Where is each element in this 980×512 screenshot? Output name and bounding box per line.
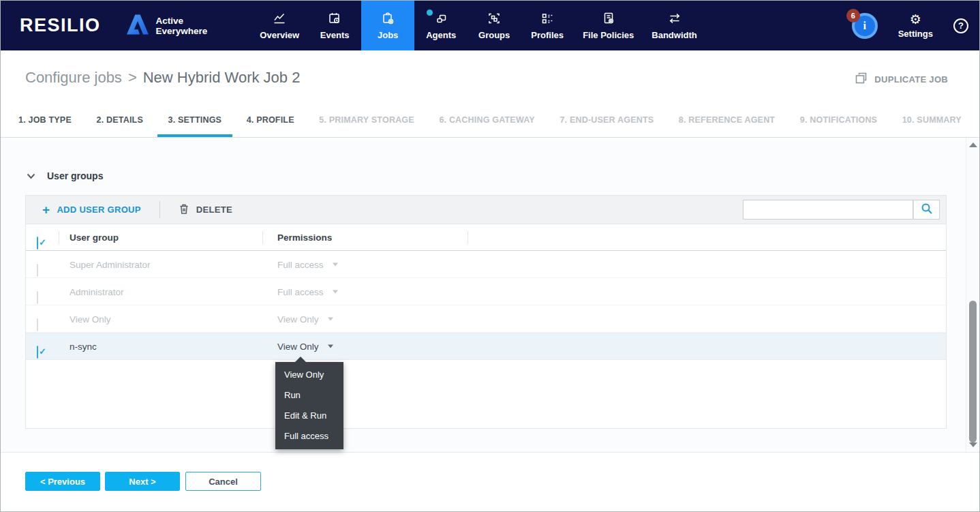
previous-button[interactable]: < Previous [25,472,100,491]
groups-icon [487,12,501,25]
section-title: User groups [47,170,103,181]
scroll-down-arrow-icon[interactable] [969,442,977,447]
search-icon [921,202,933,217]
user-group-name: Super Administrator [70,259,151,269]
agents-icon [434,12,448,25]
search-button[interactable] [913,200,940,220]
cancel-button[interactable]: Cancel [185,472,261,491]
user-group-name: View Only [70,314,111,324]
step-tab-summary: 10. SUMMARY [902,103,962,137]
breadcrumb: Configure jobs>New Hybrid Work Job 2 [25,69,300,87]
nav-item-settings[interactable]: ⚙ Settings [898,13,933,39]
user-group-name: n-sync [70,342,97,352]
step-tab-details[interactable]: 2. DETAILS [96,103,142,137]
row-checkbox [37,291,38,304]
notification-badge: 6 [846,9,860,22]
scrollbar-thumb[interactable] [969,301,977,442]
add-user-group-button[interactable]: + ADD USER GROUP [42,204,141,216]
toolbar-divider [159,201,160,218]
page-title: New Hybrid Work Job 2 [143,69,301,86]
gear-icon: ⚙ [910,13,921,27]
nav-item-file-policies[interactable]: File Policies [574,1,643,50]
help-button[interactable]: ? [953,18,968,33]
nav-item-jobs[interactable]: Jobs [361,1,414,50]
app-window: RESILIO Active Everywhere [0,0,980,512]
scroll-up-arrow-icon[interactable] [969,142,977,147]
info-icon: i [863,20,866,32]
dropdown-option-edit-run[interactable]: Edit & Run [275,406,343,426]
nav-item-profiles[interactable]: Profiles [521,1,574,50]
caret-down-icon [333,290,338,293]
resilio-logo: RESILIO [20,15,101,36]
breadcrumb-parent[interactable]: Configure jobs [25,69,122,86]
active-everywhere-label: Active Everywhere [156,16,208,36]
caret-down-icon [333,262,338,266]
wizard-steps: 1. JOB TYPE 2. DETAILS 3. SETTINGS 4. PR… [1,103,979,138]
wizard-footer-actions: < Previous Next > Cancel [25,472,261,491]
duplicate-icon [855,72,867,86]
select-all-checkbox[interactable] [37,237,38,250]
top-navbar: RESILIO Active Everywhere [1,1,979,50]
dropdown-option-full-access[interactable]: Full access [275,426,343,447]
step-tab-primary-storage: 5. PRIMARY STORAGE [319,103,414,137]
row-checkbox[interactable] [37,346,38,359]
user-group-name: Administrator [70,286,124,297]
step-tab-job-type[interactable]: 1. JOB TYPE [18,103,72,137]
column-header-permissions: Permissions [277,232,332,243]
nav-item-agents[interactable]: Agents [414,1,468,50]
trash-icon [179,203,189,217]
permission-select: Full access [277,286,338,297]
nav-item-events[interactable]: Events [308,1,361,50]
chevron-down-icon [27,170,35,182]
caret-down-icon [328,345,333,348]
table-row: Administrator Full access [26,278,946,305]
next-button[interactable]: Next > [105,472,180,491]
dropdown-option-view-only[interactable]: View Only [275,365,343,385]
user-groups-toolbar: + ADD USER GROUP DELETE [25,195,947,224]
user-groups-panel: + ADD USER GROUP DELETE [25,195,947,429]
dropdown-option-run[interactable]: Run [275,385,343,406]
plus-icon: + [42,204,50,216]
bandwidth-icon [668,12,682,25]
permission-select[interactable]: View Only [277,342,333,352]
overview-icon [273,12,286,25]
step-tab-reference-agent: 8. REFERENCE AGENT [679,103,775,137]
step-tab-profile[interactable]: 4. PROFILE [247,103,294,137]
row-checkbox [37,318,38,331]
nav-item-overview[interactable]: Overview [251,1,308,50]
user-groups-table: User group Permissions Super Administrat… [25,224,947,429]
step-tab-settings[interactable]: 3. SETTINGS [168,103,222,137]
notifications-info-button[interactable]: 6 i [852,13,878,39]
permission-select: Full access [277,259,338,269]
delete-button[interactable]: DELETE [179,203,232,217]
search-group [743,200,940,220]
jobs-icon [381,12,395,25]
step-tab-notifications: 9. NOTIFICATIONS [800,103,877,137]
table-header-row: User group Permissions [26,224,946,251]
step-tab-caching-gateway: 6. CACHING GATEWAY [439,103,534,137]
agents-status-dot [427,10,433,16]
duplicate-job-button[interactable]: DUPLICATE JOB [855,72,948,86]
permission-select: View Only [277,314,333,324]
step-tab-end-user-agents: 7. END-USER AGENTS [560,103,654,137]
breadcrumb-separator: > [128,69,137,86]
main-nav: Overview Events Jobs [251,1,705,50]
search-input[interactable] [743,200,913,220]
permissions-dropdown-menu: View Only Run Edit & Run Full access [275,362,343,449]
vertical-scrollbar[interactable] [966,138,979,452]
table-row: View Only View Only [26,305,946,333]
settings-content: User groups + ADD USER GROUP DE [1,138,979,453]
column-header-user-group: User group [70,232,119,243]
caret-down-icon [328,317,333,320]
table-row[interactable]: n-sync View Only [26,333,946,360]
nav-item-bandwidth[interactable]: Bandwidth [643,1,705,50]
nav-item-groups[interactable]: Groups [468,1,521,50]
row-checkbox [37,264,38,277]
active-everywhere-mark-icon [125,14,150,38]
navbar-right-cluster: 6 i ⚙ Settings ? [852,13,968,39]
active-everywhere-logo: Active Everywhere [125,14,208,38]
table-row: Super Administrator Full access [26,251,946,278]
user-groups-section-toggle[interactable]: User groups [27,170,103,182]
page-header: Configure jobs>New Hybrid Work Job 2 DUP… [1,50,979,103]
profiles-icon [540,12,554,25]
